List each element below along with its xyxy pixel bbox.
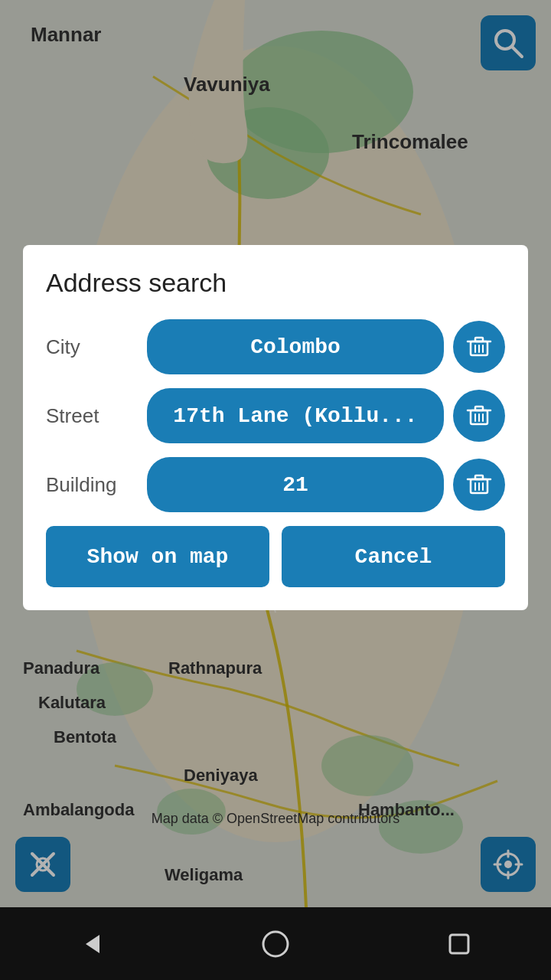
navigation-bar [0, 907, 551, 980]
show-on-map-button[interactable]: Show on map [46, 526, 269, 587]
svg-rect-43 [450, 935, 468, 953]
modal-overlay: Address search City Colombo Street [0, 0, 551, 907]
building-field-row: Building 21 [46, 457, 505, 512]
action-buttons-row: Show on map Cancel [46, 526, 505, 587]
home-nav-button[interactable] [245, 921, 306, 967]
building-label: Building [46, 473, 138, 497]
city-input[interactable]: Colombo [147, 319, 444, 374]
back-nav-button[interactable] [61, 921, 122, 967]
street-input[interactable]: 17th Lane (Kollu... [147, 388, 444, 443]
city-field-row: City Colombo [46, 319, 505, 374]
building-input[interactable]: 21 [147, 457, 444, 512]
street-label: Street [46, 404, 138, 428]
street-field-row: Street 17th Lane (Kollu... [46, 388, 505, 443]
svg-rect-31 [475, 407, 483, 410]
svg-rect-37 [475, 475, 483, 479]
recent-nav-button[interactable] [429, 921, 490, 967]
svg-point-42 [263, 932, 288, 956]
building-delete-button[interactable] [453, 459, 505, 511]
city-label: City [46, 335, 138, 359]
address-search-dialog: Address search City Colombo Street [23, 245, 528, 610]
city-delete-button[interactable] [453, 321, 505, 373]
cancel-button[interactable]: Cancel [282, 526, 505, 587]
svg-rect-25 [475, 338, 483, 341]
street-delete-button[interactable] [453, 390, 505, 442]
dialog-title: Address search [46, 268, 505, 298]
svg-marker-41 [86, 935, 99, 953]
